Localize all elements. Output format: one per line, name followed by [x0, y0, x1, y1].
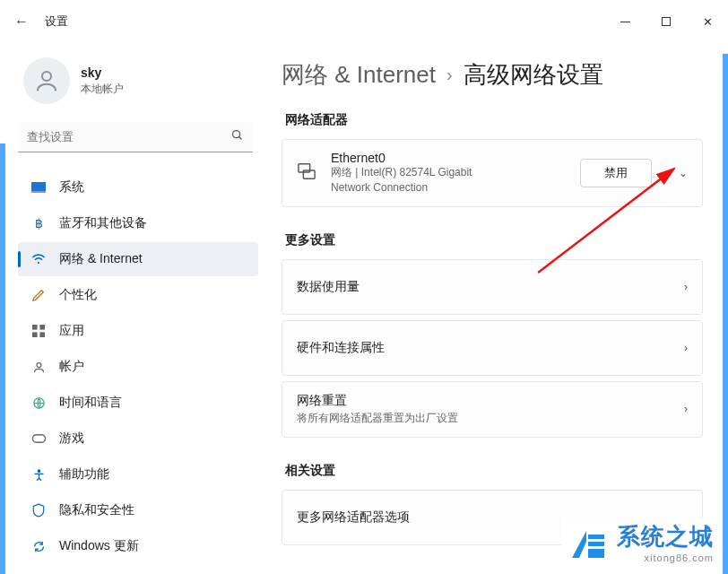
- row-title: 更多网络适配器选项: [297, 509, 410, 526]
- accessibility-icon: [30, 466, 47, 483]
- svg-rect-8: [32, 332, 38, 337]
- svg-point-5: [38, 262, 39, 264]
- update-icon: [30, 538, 47, 554]
- svg-rect-18: [588, 542, 604, 546]
- row-net-reset[interactable]: 网络重置 将所有网络适配器重置为出厂设置 ›: [282, 381, 703, 438]
- window-title: 设置: [45, 13, 68, 30]
- account-icon: [30, 359, 47, 375]
- sidebar-item-label: 蓝牙和其他设备: [59, 215, 147, 231]
- gamepad-icon: [30, 430, 47, 447]
- sidebar-item-label: 隐私和安全性: [59, 502, 134, 518]
- sidebar-item-label: 网络 & Internet: [59, 251, 143, 267]
- adapter-desc: 网络 | Intel(R) 82574L Gigabit Network Con…: [331, 165, 510, 196]
- ethernet-icon: [297, 162, 318, 184]
- chevron-right-icon: ›: [446, 65, 453, 85]
- sidebar-item-gaming[interactable]: 游戏: [18, 422, 258, 456]
- chevron-right-icon: ›: [684, 281, 688, 293]
- search-input[interactable]: [27, 130, 230, 144]
- svg-point-1: [233, 131, 240, 138]
- display-icon: [30, 179, 47, 196]
- sidebar-item-label: 时间和语言: [59, 395, 122, 411]
- window-controls: ✕: [604, 7, 728, 36]
- section-more-heading: 更多设置: [285, 232, 703, 248]
- row-sub: 将所有网络适配器重置为出厂设置: [297, 411, 458, 426]
- row-title: 网络重置: [297, 393, 458, 409]
- sidebar-item-system[interactable]: 系统: [18, 170, 258, 204]
- nav: 系统 ฿ 蓝牙和其他设备 网络 & Internet 个性化 应用 帐户: [18, 170, 258, 563]
- globe-icon: [30, 395, 47, 411]
- adapter-card[interactable]: Ethernet0 网络 | Intel(R) 82574L Gigabit N…: [282, 139, 703, 207]
- svg-rect-19: [588, 549, 604, 558]
- content: 网络 & Internet › 高级网络设置 网络适配器 Ethernet0 网…: [269, 43, 728, 574]
- close-button[interactable]: ✕: [687, 7, 728, 36]
- svg-line-2: [239, 137, 242, 140]
- desktop-edge-left: [0, 144, 5, 574]
- sidebar-item-update[interactable]: Windows 更新: [18, 529, 258, 563]
- chevron-right-icon: ›: [684, 342, 688, 354]
- sidebar-item-personalization[interactable]: 个性化: [18, 278, 258, 312]
- brush-icon: [30, 287, 47, 303]
- profile-name: sky: [81, 65, 124, 80]
- bluetooth-icon: ฿: [30, 215, 47, 231]
- svg-rect-4: [31, 191, 46, 193]
- sidebar-item-accounts[interactable]: 帐户: [18, 350, 258, 384]
- back-button[interactable]: ←: [14, 13, 29, 30]
- shield-icon: [30, 502, 47, 518]
- row-data-usage[interactable]: 数据使用量 ›: [282, 259, 703, 315]
- watermark-sub: xitong86.com: [617, 552, 714, 563]
- adapter-name: Ethernet0: [331, 151, 510, 165]
- search-box[interactable]: [18, 122, 253, 152]
- titlebar: ← 设置 ✕: [0, 0, 728, 43]
- person-icon: [33, 67, 60, 94]
- svg-rect-12: [32, 435, 45, 443]
- breadcrumb: 网络 & Internet › 高级网络设置: [282, 59, 703, 91]
- profile-type: 本地帐户: [81, 82, 124, 97]
- svg-rect-17: [588, 535, 604, 539]
- svg-rect-9: [39, 332, 45, 337]
- svg-point-0: [42, 72, 51, 81]
- sidebar: sky 本地帐户 系统 ฿ 蓝牙和其他设备 网络 & Internet: [0, 43, 269, 574]
- chevron-down-icon[interactable]: ⌄: [679, 167, 688, 179]
- section-adapters-heading: 网络适配器: [285, 112, 703, 128]
- sidebar-item-network[interactable]: 网络 & Internet: [18, 242, 258, 276]
- sidebar-item-label: 应用: [59, 323, 84, 339]
- row-title: 硬件和连接属性: [297, 340, 385, 356]
- sidebar-item-apps[interactable]: 应用: [18, 314, 258, 348]
- sidebar-item-label: 个性化: [59, 287, 97, 303]
- maximize-button[interactable]: [646, 7, 687, 36]
- section-related-heading: 相关设置: [285, 463, 703, 479]
- wifi-icon: [30, 251, 47, 267]
- sidebar-item-label: 帐户: [59, 359, 84, 375]
- row-hw-props[interactable]: 硬件和连接属性 ›: [282, 320, 703, 376]
- profile-block[interactable]: sky 本地帐户: [23, 57, 258, 104]
- sidebar-item-privacy[interactable]: 隐私和安全性: [18, 493, 258, 527]
- sidebar-item-label: 游戏: [59, 430, 84, 447]
- sidebar-item-label: 辅助功能: [59, 466, 109, 483]
- breadcrumb-current: 高级网络设置: [464, 59, 603, 91]
- watermark: 系统之城 xitong86.com: [561, 517, 719, 567]
- svg-point-13: [38, 469, 40, 472]
- sidebar-item-label: Windows 更新: [59, 538, 139, 554]
- sidebar-item-time[interactable]: 时间和语言: [18, 386, 258, 420]
- breadcrumb-parent[interactable]: 网络 & Internet: [282, 59, 436, 91]
- apps-icon: [30, 323, 47, 339]
- svg-point-10: [37, 362, 41, 367]
- svg-rect-3: [31, 182, 46, 191]
- watermark-text: 系统之城: [617, 521, 714, 552]
- chevron-right-icon: ›: [684, 403, 688, 415]
- row-title: 数据使用量: [297, 279, 360, 295]
- svg-rect-6: [32, 325, 38, 330]
- sidebar-item-bluetooth[interactable]: ฿ 蓝牙和其他设备: [18, 206, 258, 240]
- avatar: [23, 57, 70, 104]
- sidebar-item-accessibility[interactable]: 辅助功能: [18, 457, 258, 491]
- sidebar-item-label: 系统: [59, 179, 84, 196]
- svg-rect-7: [39, 325, 45, 330]
- watermark-logo-icon: [567, 524, 608, 561]
- search-icon: [230, 128, 244, 145]
- desktop-edge-right: [723, 54, 728, 574]
- disable-button[interactable]: 禁用: [580, 159, 652, 187]
- minimize-button[interactable]: [604, 7, 646, 36]
